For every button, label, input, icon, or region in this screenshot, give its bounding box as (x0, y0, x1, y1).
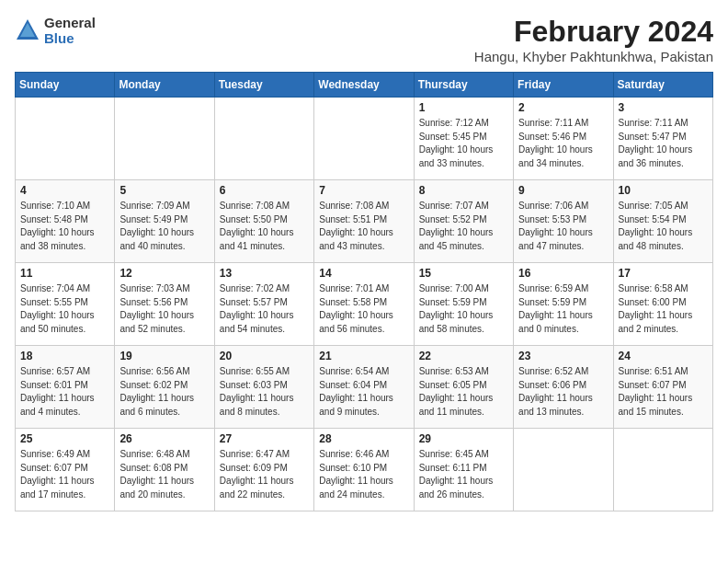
location: Hangu, Khyber Pakhtunkhwa, Pakistan (474, 49, 713, 64)
day-number: 8 (419, 184, 508, 197)
day-number: 2 (518, 101, 608, 114)
calendar-cell: 19Sunrise: 6:56 AMSunset: 6:02 PMDayligh… (115, 346, 214, 429)
day-info: Sunrise: 7:11 AMSunset: 5:47 PMDaylight:… (619, 117, 708, 170)
calendar-cell (115, 98, 214, 180)
calendar-cell: 1Sunrise: 7:12 AMSunset: 5:45 PMDaylight… (414, 98, 513, 180)
day-number: 28 (319, 432, 408, 445)
calendar-cell: 15Sunrise: 7:00 AMSunset: 5:59 PMDayligh… (414, 263, 513, 346)
day-number: 10 (619, 184, 708, 197)
calendar-cell: 6Sunrise: 7:08 AMSunset: 5:50 PMDaylight… (214, 180, 313, 263)
day-info: Sunrise: 6:54 AMSunset: 6:04 PMDaylight:… (319, 365, 408, 419)
calendar-cell: 26Sunrise: 6:48 AMSunset: 6:08 PMDayligh… (115, 429, 214, 511)
col-header-saturday: Saturday (613, 73, 712, 98)
day-info: Sunrise: 7:09 AMSunset: 5:49 PMDaylight:… (119, 200, 209, 253)
title-block: February 2024 Hangu, Khyber Pakhtunkhwa,… (474, 15, 713, 64)
day-info: Sunrise: 6:55 AMSunset: 6:03 PMDaylight:… (220, 365, 309, 419)
day-info: Sunrise: 6:46 AMSunset: 6:10 PMDaylight:… (319, 448, 408, 501)
day-info: Sunrise: 6:56 AMSunset: 6:02 PMDaylight:… (119, 365, 209, 419)
calendar-cell: 13Sunrise: 7:02 AMSunset: 5:57 PMDayligh… (214, 263, 313, 346)
page-header: General Blue February 2024 Hangu, Khyber… (15, 15, 713, 64)
day-number: 16 (518, 267, 608, 280)
calendar-cell: 3Sunrise: 7:11 AMSunset: 5:47 PMDaylight… (613, 98, 712, 180)
day-info: Sunrise: 6:49 AMSunset: 6:07 PMDaylight:… (20, 448, 109, 501)
calendar-cell: 7Sunrise: 7:08 AMSunset: 5:51 PMDaylight… (314, 180, 414, 263)
calendar-cell (16, 98, 115, 180)
day-number: 3 (619, 101, 708, 114)
calendar-table: SundayMondayTuesdayWednesdayThursdayFrid… (15, 72, 713, 511)
day-number: 12 (119, 267, 209, 280)
day-info: Sunrise: 7:04 AMSunset: 5:55 PMDaylight:… (20, 282, 109, 336)
day-info: Sunrise: 7:07 AMSunset: 5:52 PMDaylight:… (419, 200, 508, 253)
day-number: 14 (319, 267, 408, 280)
calendar-cell: 25Sunrise: 6:49 AMSunset: 6:07 PMDayligh… (16, 429, 115, 511)
day-number: 1 (419, 101, 508, 114)
day-info: Sunrise: 7:12 AMSunset: 5:45 PMDaylight:… (419, 117, 508, 170)
logo: General Blue (15, 15, 96, 46)
day-info: Sunrise: 6:58 AMSunset: 6:00 PMDaylight:… (619, 282, 708, 336)
calendar-cell: 28Sunrise: 6:46 AMSunset: 6:10 PMDayligh… (314, 429, 414, 511)
col-header-sunday: Sunday (16, 73, 115, 98)
col-header-monday: Monday (115, 73, 214, 98)
day-number: 25 (20, 432, 109, 445)
calendar-cell: 5Sunrise: 7:09 AMSunset: 5:49 PMDaylight… (115, 180, 214, 263)
day-info: Sunrise: 6:48 AMSunset: 6:08 PMDaylight:… (119, 448, 209, 501)
calendar-cell (613, 429, 712, 511)
day-info: Sunrise: 7:08 AMSunset: 5:50 PMDaylight:… (220, 200, 309, 253)
calendar-cell: 2Sunrise: 7:11 AMSunset: 5:46 PMDaylight… (514, 98, 613, 180)
calendar-cell: 24Sunrise: 6:51 AMSunset: 6:07 PMDayligh… (613, 346, 712, 429)
day-number: 21 (319, 350, 408, 362)
day-info: Sunrise: 7:03 AMSunset: 5:56 PMDaylight:… (119, 282, 209, 336)
day-info: Sunrise: 6:57 AMSunset: 6:01 PMDaylight:… (20, 365, 109, 419)
calendar-cell: 12Sunrise: 7:03 AMSunset: 5:56 PMDayligh… (115, 263, 214, 346)
calendar-week-row: 25Sunrise: 6:49 AMSunset: 6:07 PMDayligh… (16, 429, 713, 511)
calendar-cell: 14Sunrise: 7:01 AMSunset: 5:58 PMDayligh… (314, 263, 414, 346)
calendar-cell: 4Sunrise: 7:10 AMSunset: 5:48 PMDaylight… (16, 180, 115, 263)
col-header-tuesday: Tuesday (214, 73, 313, 98)
day-number: 5 (119, 184, 209, 197)
day-number: 20 (220, 350, 309, 362)
day-info: Sunrise: 7:08 AMSunset: 5:51 PMDaylight:… (319, 200, 408, 253)
calendar-cell: 18Sunrise: 6:57 AMSunset: 6:01 PMDayligh… (16, 346, 115, 429)
day-number: 6 (220, 184, 309, 197)
calendar-week-row: 4Sunrise: 7:10 AMSunset: 5:48 PMDaylight… (16, 180, 713, 263)
day-number: 22 (419, 350, 508, 362)
day-number: 9 (518, 184, 608, 197)
day-number: 17 (619, 267, 708, 280)
day-number: 11 (20, 267, 109, 280)
day-info: Sunrise: 7:02 AMSunset: 5:57 PMDaylight:… (220, 282, 309, 336)
logo-text: General Blue (44, 15, 96, 46)
day-number: 15 (419, 267, 508, 280)
calendar-cell: 21Sunrise: 6:54 AMSunset: 6:04 PMDayligh… (314, 346, 414, 429)
calendar-cell: 23Sunrise: 6:52 AMSunset: 6:06 PMDayligh… (514, 346, 613, 429)
day-number: 13 (220, 267, 309, 280)
day-number: 18 (20, 350, 109, 362)
calendar-cell: 16Sunrise: 6:59 AMSunset: 5:59 PMDayligh… (514, 263, 613, 346)
calendar-week-row: 1Sunrise: 7:12 AMSunset: 5:45 PMDaylight… (16, 98, 713, 180)
day-info: Sunrise: 6:45 AMSunset: 6:11 PMDaylight:… (419, 448, 508, 501)
day-number: 4 (20, 184, 109, 197)
calendar-cell: 20Sunrise: 6:55 AMSunset: 6:03 PMDayligh… (214, 346, 313, 429)
day-number: 7 (319, 184, 408, 197)
day-number: 27 (220, 432, 309, 445)
calendar-cell: 22Sunrise: 6:53 AMSunset: 6:05 PMDayligh… (414, 346, 513, 429)
calendar-cell: 10Sunrise: 7:05 AMSunset: 5:54 PMDayligh… (613, 180, 712, 263)
calendar-cell: 9Sunrise: 7:06 AMSunset: 5:53 PMDaylight… (514, 180, 613, 263)
day-info: Sunrise: 7:05 AMSunset: 5:54 PMDaylight:… (619, 200, 708, 253)
calendar-cell: 27Sunrise: 6:47 AMSunset: 6:09 PMDayligh… (214, 429, 313, 511)
calendar-week-row: 18Sunrise: 6:57 AMSunset: 6:01 PMDayligh… (16, 346, 713, 429)
day-info: Sunrise: 6:53 AMSunset: 6:05 PMDaylight:… (419, 365, 508, 419)
day-info: Sunrise: 7:11 AMSunset: 5:46 PMDaylight:… (518, 117, 608, 170)
calendar-cell: 29Sunrise: 6:45 AMSunset: 6:11 PMDayligh… (414, 429, 513, 511)
calendar-cell: 8Sunrise: 7:07 AMSunset: 5:52 PMDaylight… (414, 180, 513, 263)
col-header-friday: Friday (514, 73, 613, 98)
day-number: 29 (419, 432, 508, 445)
calendar-cell (314, 98, 414, 180)
logo-icon (15, 17, 40, 43)
col-header-thursday: Thursday (414, 73, 513, 98)
day-info: Sunrise: 7:01 AMSunset: 5:58 PMDaylight:… (319, 282, 408, 336)
day-info: Sunrise: 6:59 AMSunset: 5:59 PMDaylight:… (518, 282, 608, 336)
col-header-wednesday: Wednesday (314, 73, 414, 98)
calendar-week-row: 11Sunrise: 7:04 AMSunset: 5:55 PMDayligh… (16, 263, 713, 346)
calendar-cell (514, 429, 613, 511)
day-info: Sunrise: 6:47 AMSunset: 6:09 PMDaylight:… (220, 448, 309, 501)
